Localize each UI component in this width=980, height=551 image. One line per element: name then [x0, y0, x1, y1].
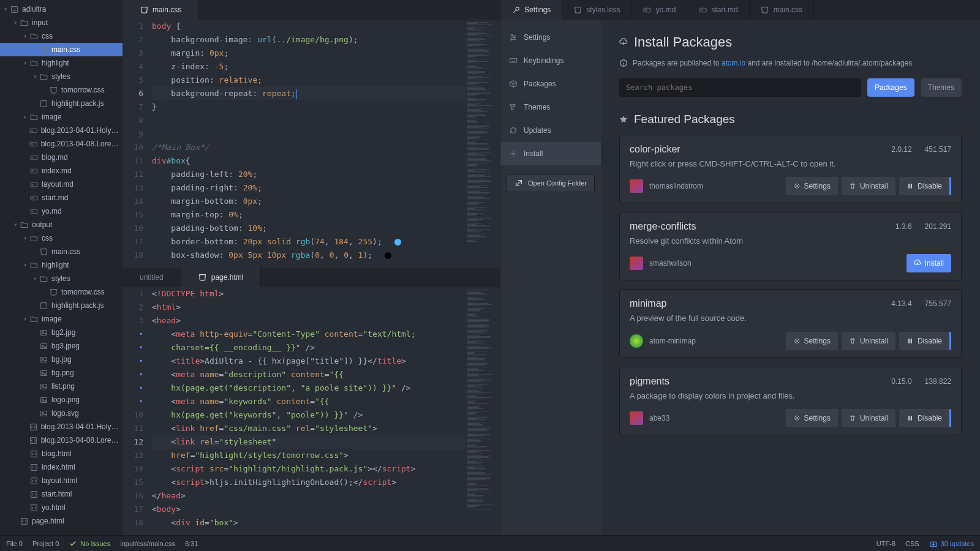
editor2-tabs: untitled page.html [123, 268, 500, 287]
disable-button[interactable]: Disable [899, 332, 951, 350]
nav-keybindings[interactable]: Keybindings [500, 49, 601, 72]
tree-item[interactable]: bg.png [0, 366, 123, 380]
package-name[interactable]: minimap [630, 298, 666, 309]
status-path[interactable]: input/css/main.css [120, 540, 175, 547]
top-tab[interactable]: Settings [500, 0, 562, 20]
tree-item[interactable]: ▾input [0, 16, 123, 29]
md-icon: M↓ [29, 167, 38, 175]
atom-io-link[interactable]: atom.io [722, 59, 745, 67]
tree-item[interactable]: index.html [0, 460, 123, 474]
tree-item[interactable]: blog.2013-04-08.Lorem_I [0, 433, 123, 447]
package-author[interactable]: atom-minimap [630, 334, 696, 348]
tree-item[interactable]: main.css [0, 245, 123, 258]
tree-item[interactable]: ▾output [0, 218, 123, 231]
tree-item[interactable]: highlight.pack.js [0, 299, 123, 312]
tree-item[interactable]: main.css [0, 43, 123, 56]
search-packages-input[interactable] [619, 78, 861, 97]
code-editor-html[interactable]: <!DOCTYPE html><html><head> <meta http-e… [152, 287, 466, 535]
code-editor-css[interactable]: body { background-image: url(../image/bg… [152, 20, 466, 268]
tree-item[interactable]: logo.svg [0, 407, 123, 420]
tab-untitled[interactable]: untitled [123, 268, 181, 287]
open-config-folder-button[interactable]: Open Config Folder [507, 174, 595, 192]
tree-item[interactable]: yo.html [0, 501, 123, 514]
tree-item[interactable]: ▾highlight [0, 56, 123, 70]
tree-item[interactable]: ▾adiultra [0, 2, 123, 16]
tree-item[interactable]: highlight.pack.js [0, 97, 123, 110]
star-icon [619, 115, 628, 124]
status-updates[interactable]: 30 updates [929, 539, 974, 548]
package-author[interactable]: thomaslindstrom [630, 179, 703, 193]
tab-main-css[interactable]: main.css [123, 0, 199, 20]
themes-filter-button[interactable]: Themes [921, 78, 962, 97]
disable-button[interactable]: Disable [899, 177, 951, 195]
tree-item[interactable]: ▾css [0, 29, 123, 43]
tree-item[interactable]: page.html [0, 514, 123, 528]
package-author[interactable]: abe33 [630, 411, 669, 425]
svg-rect-1 [40, 100, 47, 107]
minimap[interactable] [466, 20, 500, 268]
tree-item[interactable]: start.html [0, 487, 123, 501]
file-tree[interactable]: ▾adiultra▾input▾cssmain.css▾highlight▾st… [0, 0, 123, 535]
status-encoding[interactable]: UTF-8 [876, 540, 895, 547]
tree-item[interactable]: M↓blog.2013-04-08.Lorem_I [0, 137, 123, 151]
nav-updates[interactable]: Updates [500, 119, 601, 142]
tree-item[interactable]: bg2.jpg [0, 326, 123, 339]
package-name[interactable]: color-picker [630, 144, 680, 155]
nav-packages[interactable]: Packages [500, 72, 601, 96]
tree-item[interactable]: layout.html [0, 474, 123, 487]
uninstall-button[interactable]: Uninstall [842, 409, 895, 427]
tree-item[interactable]: logo.png [0, 393, 123, 407]
disable-button[interactable]: Disable [899, 409, 951, 427]
package-card: merge-conflicts 1.3.6 201,291Resolve git… [619, 212, 962, 280]
package-name[interactable]: pigments [630, 376, 669, 387]
tree-item[interactable]: M↓layout.md [0, 178, 123, 191]
status-project[interactable]: Project 0 [32, 540, 59, 547]
tab-page-html[interactable]: page.html [181, 268, 262, 287]
package-downloads: 138,822 [922, 377, 951, 386]
top-tab[interactable]: M↓start.md [687, 0, 749, 20]
package-author[interactable]: smashwilson [630, 257, 692, 270]
status-issues[interactable]: No Issues [69, 539, 110, 548]
tree-item[interactable]: ▾highlight [0, 258, 123, 272]
minimap[interactable] [466, 287, 500, 535]
nav-themes[interactable]: Themes [500, 96, 601, 119]
tree-item[interactable]: ▾styles [0, 272, 123, 285]
settings-button[interactable]: Settings [786, 177, 838, 195]
settings-button[interactable]: Settings [786, 409, 838, 427]
svg-text:M↓: M↓ [31, 143, 34, 146]
tree-item[interactable]: ▸image [0, 110, 123, 124]
tree-item[interactable]: M↓blog.md [0, 151, 123, 164]
tree-item[interactable]: M↓yo.md [0, 204, 123, 218]
tree-item[interactable]: M↓index.md [0, 164, 123, 178]
package-name[interactable]: merge-conflicts [630, 221, 696, 232]
tab-label: untitled [140, 273, 164, 282]
tree-item[interactable]: tomorrow.css [0, 83, 123, 97]
tree-item[interactable]: M↓start.md [0, 191, 123, 204]
tree-item[interactable]: bg3.jpeg [0, 339, 123, 353]
tree-item[interactable]: bg.jpg [0, 353, 123, 366]
status-cursor[interactable]: 6:31 [185, 540, 198, 547]
uninstall-button[interactable]: Uninstall [842, 177, 895, 195]
top-tab[interactable]: M↓yo.md [632, 0, 688, 20]
packages-filter-button[interactable]: Packages [867, 78, 914, 97]
tree-item[interactable]: blog.2013-04-01.Holy_Gr [0, 420, 123, 433]
nav-install[interactable]: Install [500, 142, 601, 165]
tree-item[interactable]: ▾css [0, 231, 123, 245]
settings-button[interactable]: Settings [786, 332, 838, 350]
top-tab[interactable]: main.css [750, 0, 814, 20]
tree-item[interactable]: blog.html [0, 447, 123, 460]
tree-item[interactable]: tomorrow.css [0, 285, 123, 299]
top-tab[interactable]: styles.less [562, 0, 631, 20]
tree-item[interactable]: M↓blog.2013-04-01.Holy_Gr [0, 124, 123, 137]
tree-item[interactable]: list.png [0, 380, 123, 393]
img-icon [39, 369, 48, 377]
status-file[interactable]: File 0 [6, 540, 23, 547]
nav-settings[interactable]: Settings [500, 26, 601, 49]
install-button[interactable]: Install [907, 254, 951, 272]
uninstall-button[interactable]: Uninstall [842, 332, 895, 350]
tree-item[interactable]: ▾image [0, 312, 123, 326]
tree-item[interactable]: ▾styles [0, 70, 123, 83]
svg-text:M↓: M↓ [31, 129, 34, 132]
status-language[interactable]: CSS [905, 540, 919, 547]
package-downloads: 451,517 [922, 145, 951, 154]
